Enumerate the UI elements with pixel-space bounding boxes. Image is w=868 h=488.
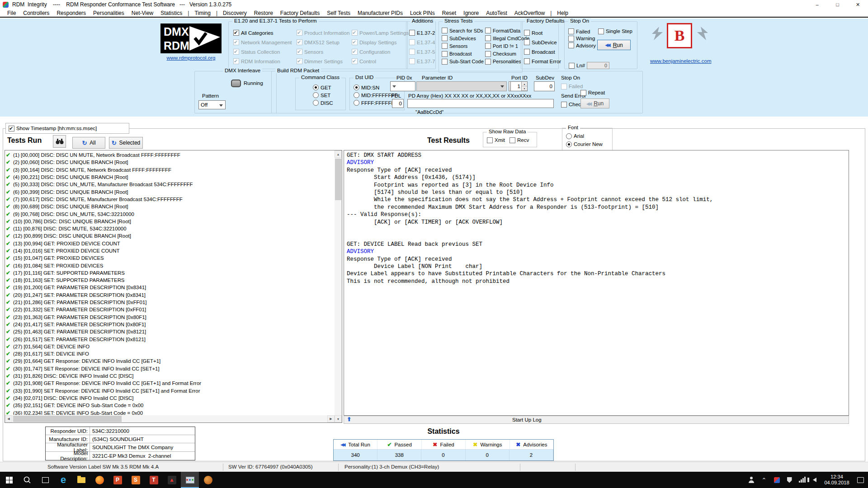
menu-item[interactable]: Manufacturer PIDs [354, 10, 406, 16]
run-button[interactable]: ◀◀ Run [597, 40, 631, 50]
test-run-item[interactable]: ✔ (3) [00,164] DISC: DISC MUTE, Network … [6, 166, 334, 174]
stress-test-checkbox[interactable]: Sub-Start Code [442, 58, 485, 65]
test-run-item[interactable]: ✔ (10) [00,786] DISC: DISC UNIQUE BRANCH… [6, 218, 334, 225]
scroll-up-arrow[interactable]: ▲ [335, 150, 342, 158]
test-run-item[interactable]: ✔ (16) [01,084] SET: PROXIED DEVICES [6, 262, 334, 269]
menu-item[interactable]: Responders [53, 10, 90, 16]
factory-default-checkbox[interactable]: SubDevice [524, 39, 561, 46]
test-run-item[interactable]: ✔ (21) [01,286] GET: PARAMETER DESCRIPTI… [6, 299, 334, 306]
test-run-item[interactable]: ✔ (27) [01,564] GET: DEVICE INFO [6, 343, 334, 350]
test-run-item[interactable]: ✔ (9) [00,768] DISC: DISC UN_MUTE, 534C:… [6, 210, 334, 217]
scroll-thumb[interactable] [335, 159, 341, 200]
test-run-item[interactable]: ✔ (24) [01,417] SET: PARAMETER DESCRIPTI… [6, 321, 334, 328]
stress-test-checkbox[interactable]: Personalities [485, 58, 524, 65]
test-run-item[interactable]: ✔ (14) [01,016] SET: PROXIED DEVICE COUN… [6, 247, 334, 254]
taskbar-powerpoint[interactable]: P [108, 472, 127, 488]
scroll-thumb[interactable] [13, 416, 122, 422]
test-run-item[interactable]: ✔ (20) [01,247] SET: PARAMETER DESCRIPTI… [6, 291, 334, 299]
test-category-checkbox[interactable]: Configuration [352, 49, 410, 55]
menu-item[interactable]: Lock PINs [406, 10, 439, 16]
addition-checkbox[interactable]: E1.37-7 [409, 58, 435, 65]
menu-item[interactable]: File [4, 10, 19, 16]
addition-checkbox[interactable]: E1.37-5 [409, 49, 435, 55]
ln-checkbox[interactable]: Ln# [569, 62, 585, 69]
test-category-checkbox[interactable]: RDM Information [233, 58, 297, 65]
minimize-button[interactable]: – [807, 0, 827, 9]
test-run-item[interactable]: ✔ (19) [01,200] GET: PARAMETER DESCRIPTI… [6, 284, 334, 291]
test-run-item[interactable]: ✔ (28) [01,617] SET: DEVICE INFO [6, 350, 334, 357]
test-run-item[interactable]: ✔ (31) [01,826] DISC: DEVICE INFO Invali… [6, 372, 334, 380]
vertical-scrollbar[interactable]: ▲ ▼ [335, 150, 342, 422]
close-button[interactable]: ✕ [848, 0, 868, 9]
menu-item[interactable]: Help [553, 10, 572, 16]
test-run-item[interactable]: ✔ (8) [00,689] DISC: DISC UNIQUE BRANCH … [6, 203, 334, 210]
taskbar-clock[interactable]: 12:34 04.09.2018 [821, 474, 853, 486]
test-category-checkbox[interactable]: Control [352, 58, 410, 65]
menu-item[interactable]: | [214, 10, 219, 16]
test-run-item[interactable]: ✔ (33) [01,990] SET Response: DEVICE INF… [6, 387, 334, 394]
test-run-item[interactable]: ✔ (11) [00,876] DISC: DISC MUTE, 534C:32… [6, 225, 334, 232]
menu-item[interactable]: Net-View [128, 10, 157, 16]
stress-test-checkbox[interactable]: Checksum [485, 51, 524, 57]
menu-item[interactable]: | [548, 10, 553, 16]
taskbar-t-app[interactable]: T [145, 472, 163, 488]
test-run-item[interactable]: ✔ (23) [01,363] GET: PARAMETER DESCRIPTI… [6, 314, 334, 321]
font-radio[interactable]: Arial [566, 132, 603, 140]
scroll-down-arrow[interactable]: ▼ [335, 415, 342, 422]
test-category-checkbox[interactable]: Status Collection [233, 49, 297, 55]
test-run-item[interactable]: ✔ (29) [01,664] GET Response: DEVICE INF… [6, 357, 334, 365]
maximize-button[interactable]: □ [827, 0, 848, 9]
stress-test-checkbox[interactable]: SubDevices [442, 35, 485, 42]
run-packet-button[interactable]: ◀◀ Run [580, 99, 609, 108]
failed-checkbox[interactable]: Failed [561, 83, 583, 89]
pdl-field[interactable]: 0 [392, 99, 404, 108]
test-run-item[interactable]: ✔ (17) [01,116] GET: SUPPORTED PARAMETER… [6, 269, 334, 277]
rdmprotocol-link[interactable]: www.rdmprotocol.org [156, 55, 226, 61]
test-run-item[interactable]: ✔ (13) [00,994] GET: PROXIED DEVICE COUN… [6, 240, 334, 247]
stress-test-checkbox[interactable]: Illegal CmdCode [485, 35, 524, 42]
menu-item[interactable]: Restore [250, 10, 277, 16]
test-run-item[interactable]: ✔ (6) [00,399] DISC: DISC UNIQUE BRANCH … [6, 188, 334, 195]
volume-icon[interactable] [808, 478, 821, 482]
rerun-all-button[interactable]: ↻ All [72, 137, 105, 149]
test-run-item[interactable]: ✔ (1) [00,000] DISC: DISC UN MUTE, Netwo… [6, 151, 334, 159]
raw-data-checkbox[interactable]: Recv [509, 137, 529, 143]
test-run-item[interactable]: ✔ (12) [00,899] DISC: DISC UNIQUE BRANCH… [6, 232, 334, 239]
test-category-checkbox[interactable]: Sensors [297, 49, 352, 55]
test-results-pane[interactable]: GET: DMX START ADDRESSADVISORYResponse T… [344, 150, 849, 416]
factory-default-checkbox[interactable]: Format Error [524, 58, 561, 65]
stress-test-checkbox[interactable]: Search for SDs [442, 28, 485, 34]
test-category-checkbox[interactable]: DMX512 Setup [297, 39, 352, 46]
pd-array-input[interactable] [407, 99, 554, 108]
scroll-right-arrow[interactable]: ▶ [327, 415, 335, 422]
test-run-item[interactable]: ✔ (22) [01,332] SET: PARAMETER DESCRIPTI… [6, 306, 334, 313]
up-arrow-icon[interactable]: ⬆ [347, 416, 351, 422]
test-run-item[interactable]: ✔ (36) [02,234] SET: DEVICE INFO Sub-Sta… [6, 409, 334, 415]
stop-on-checkbox[interactable]: Failed [568, 28, 596, 35]
parameter-id-combo[interactable] [416, 81, 507, 91]
task-view-icon[interactable] [36, 472, 54, 488]
search-tests-button[interactable] [53, 135, 66, 148]
test-run-item[interactable]: ✔ (25) [01,463] GET: PARAMETER DESCRIPTI… [6, 328, 334, 335]
taskbar-brown-circle-app[interactable] [199, 472, 217, 488]
factory-default-checkbox[interactable]: Broadcast [524, 49, 561, 55]
menu-item[interactable]: Reset [439, 10, 460, 16]
stress-test-checkbox[interactable]: Sensors [442, 43, 485, 49]
menu-item[interactable]: Ignore [460, 10, 482, 16]
chevron-up-icon[interactable]: ⌃ [758, 477, 770, 483]
spinner-arrows[interactable]: ▲▼ [521, 82, 527, 91]
show-timestamp-checkbox[interactable]: Show Timestamp [hh:mm:ss.msec] [9, 125, 97, 131]
subdev-field[interactable]: 0 [534, 81, 555, 91]
test-run-item[interactable]: ✔ (15) [01,047] GET: PROXIED DEVICES [6, 254, 334, 262]
test-run-item[interactable]: ✔ (5) [00,333] DISC: DISC UN_MUTE, Manuf… [6, 181, 334, 188]
menu-item[interactable]: | [186, 10, 191, 16]
command-class-radio[interactable]: DISC [313, 99, 333, 107]
font-radio[interactable]: Courier New [566, 140, 603, 148]
menu-item[interactable]: Discovery [219, 10, 250, 16]
test-run-item[interactable]: ✔ (30) [01,747] SET Response: DEVICE INF… [6, 365, 334, 372]
start-button[interactable] [0, 472, 18, 488]
test-category-checkbox[interactable]: Display Settings [352, 39, 410, 46]
menu-item[interactable]: Timing [191, 10, 214, 16]
stop-on-checkbox[interactable]: Advisory [568, 42, 596, 49]
factory-default-checkbox[interactable]: Root [524, 30, 561, 36]
